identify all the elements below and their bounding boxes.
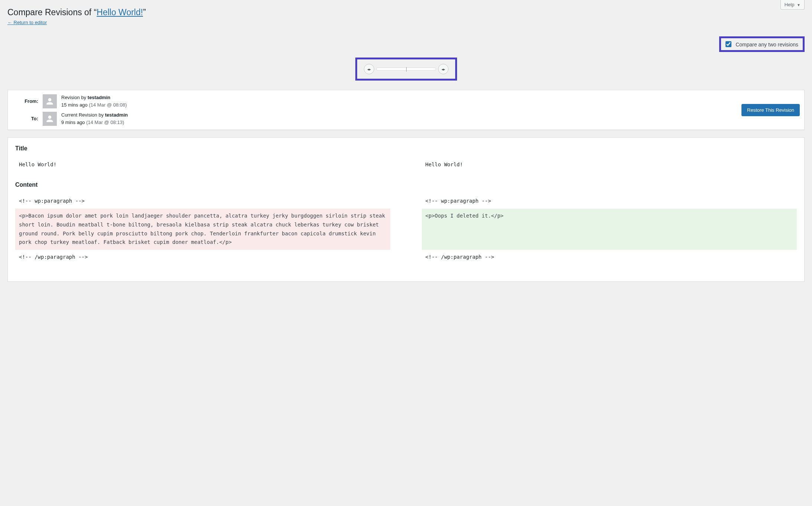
person-icon: [45, 114, 55, 124]
diff-from-cell: Hello World!: [15, 157, 390, 172]
compare-two-revisions-highlight: Compare any two revisions: [719, 36, 805, 52]
diff-to-cell: Hello World!: [422, 157, 797, 172]
revision-to-row: To: Current Revision by testadmin 9 mins…: [12, 111, 128, 126]
page-title-suffix: ”: [143, 7, 146, 17]
diff-spacer: [390, 209, 421, 250]
revisions-meta: From: Revision by testadmin 15 mins ago …: [7, 90, 805, 130]
restore-revision-button[interactable]: Restore This Revision: [741, 104, 800, 116]
revision-slider-highlight: ◂▸ ◂▸: [355, 58, 457, 81]
slider-tick-mark: [406, 67, 407, 72]
diff-from-cell: <!-- /wp:paragraph -->: [15, 250, 390, 265]
diff-title-heading: Title: [15, 145, 797, 152]
avatar: [43, 94, 57, 108]
revision-prefix: Current Revision by: [61, 112, 105, 118]
avatar: [43, 112, 57, 126]
revision-time-ago: 15 mins ago: [61, 102, 88, 108]
revision-from-row: From: Revision by testadmin 15 mins ago …: [12, 94, 128, 108]
revision-prefix: Revision by: [61, 95, 88, 100]
slider-next-button[interactable]: ◂▸: [438, 64, 449, 74]
return-to-editor-link[interactable]: ← Return to editor: [7, 20, 47, 25]
left-right-arrow-icon: ◂▸: [441, 67, 445, 71]
diff-spacer: [390, 250, 421, 265]
page-title-prefix: Compare Revisions of “: [7, 7, 97, 17]
compare-two-checkbox[interactable]: [725, 41, 731, 47]
diff-to-cell: <!-- wp:paragraph -->: [422, 194, 797, 209]
content-diff-table: <!-- wp:paragraph --><!-- wp:paragraph -…: [15, 194, 797, 265]
revision-timestamp: (14 Mar @ 08:13): [86, 120, 124, 125]
table-row: <p>Bacon ipsum dolor amet pork loin land…: [15, 209, 797, 250]
revision-author: testadmin: [105, 112, 128, 118]
diff-to-cell: <p>Oops I deleted it.</p>: [422, 209, 797, 250]
revision-author-line: Current Revision by testadmin: [61, 111, 128, 119]
title-diff-table: Hello World! Hello World!: [15, 157, 797, 172]
compare-two-label: Compare any two revisions: [736, 41, 798, 47]
table-row: <!-- /wp:paragraph --><!-- /wp:paragraph…: [15, 250, 797, 265]
person-icon: [45, 97, 55, 106]
help-tab[interactable]: Help ▼: [780, 0, 805, 10]
left-right-arrow-icon: ◂▸: [367, 67, 371, 71]
diff-container: Title Hello World! Hello World! Content …: [7, 137, 805, 282]
to-label: To:: [12, 116, 38, 121]
table-row: Hello World! Hello World!: [15, 157, 797, 172]
diff-from-cell: <p>Bacon ipsum dolor amet pork loin land…: [15, 209, 390, 250]
diff-content-heading: Content: [15, 182, 797, 188]
help-label: Help: [785, 2, 795, 7]
revision-slider-track[interactable]: [376, 68, 436, 71]
revision-time-ago: 9 mins ago: [61, 120, 85, 125]
revision-author-line: Revision by testadmin: [61, 94, 127, 101]
table-row: <!-- wp:paragraph --><!-- wp:paragraph -…: [15, 194, 797, 209]
post-title-link[interactable]: Hello World!: [97, 7, 143, 17]
page-title: Compare Revisions of “Hello World!”: [7, 4, 805, 20]
revision-author: testadmin: [88, 95, 110, 100]
slider-prev-button[interactable]: ◂▸: [364, 64, 374, 74]
revision-timestamp: (14 Mar @ 08:08): [89, 102, 127, 108]
diff-spacer: [390, 157, 421, 172]
diff-to-cell: <!-- /wp:paragraph -->: [422, 250, 797, 265]
chevron-down-icon: ▼: [797, 3, 800, 7]
diff-spacer: [390, 194, 421, 209]
from-label: From:: [12, 98, 38, 104]
diff-from-cell: <!-- wp:paragraph -->: [15, 194, 390, 209]
